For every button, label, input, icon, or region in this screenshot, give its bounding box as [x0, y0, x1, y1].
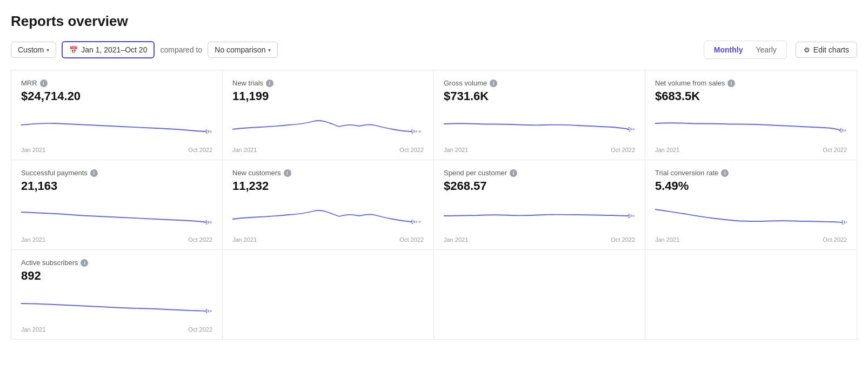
- chart-cell[interactable]: Spend per customer i $268.57 Jan 2021 Oc…: [434, 160, 645, 250]
- chart-date-end: Oct 2022: [823, 236, 847, 243]
- svg-point-13: [210, 221, 212, 223]
- chart-cell[interactable]: Trial conversion rate i 5.49% Jan 2021 O…: [645, 160, 857, 250]
- svg-point-1: [210, 130, 212, 133]
- chart-cell[interactable]: Net volume from sales i $683.5K Jan 2021…: [645, 70, 857, 160]
- chart-date-end: Oct 2022: [188, 147, 212, 153]
- chart-value: 892: [21, 269, 212, 283]
- svg-point-4: [415, 130, 417, 133]
- edit-charts-button[interactable]: ⚙ Edit charts: [796, 42, 857, 58]
- svg-point-22: [846, 221, 847, 223]
- chart-value: 11,199: [232, 89, 424, 103]
- chart-cell[interactable]: New trials i 11,199 Jan 2021 Oct 2022: [223, 70, 434, 160]
- chart-dates: Jan 2021 Oct 2022: [21, 147, 212, 153]
- chart-title-text: Spend per customer: [444, 169, 507, 177]
- chart-dates: Jan 2021 Oct 2022: [655, 236, 847, 243]
- svg-point-17: [419, 221, 421, 223]
- chart-cell[interactable]: Active subscribers i 892 Jan 2021 Oct 20…: [11, 250, 223, 339]
- chart-date-start: Jan 2021: [21, 326, 45, 333]
- chart-date-start: Jan 2021: [655, 236, 679, 243]
- chart-title-text: New trials: [232, 79, 263, 87]
- chart-title: Successful payments i: [21, 169, 212, 177]
- info-icon: i: [266, 80, 273, 87]
- compared-to-label: compared to: [160, 45, 202, 54]
- info-icon: i: [721, 169, 729, 177]
- chart-title-text: Net volume from sales: [655, 79, 725, 87]
- chart-dates: Jan 2021 Oct 2022: [232, 236, 424, 243]
- chart-svg: [655, 199, 847, 231]
- chart-title: Active subscribers i: [21, 259, 212, 267]
- chart-cell-empty: [645, 250, 857, 339]
- chart-date-end: Oct 2022: [188, 236, 212, 243]
- custom-select[interactable]: Custom ▾: [11, 42, 56, 58]
- chart-cell-empty: [223, 250, 434, 339]
- chart-svg: [232, 109, 424, 141]
- yearly-toggle[interactable]: Yearly: [750, 43, 782, 56]
- svg-point-16: [415, 221, 417, 223]
- svg-point-6: [627, 128, 631, 131]
- chart-title-text: New customers: [232, 169, 281, 177]
- chart-date-start: Jan 2021: [232, 236, 257, 243]
- chart-date-end: Oct 2022: [823, 147, 847, 153]
- info-icon: i: [90, 169, 98, 177]
- toolbar-left: Custom ▾ 📅 Jan 1, 2021–Oct 20 compared t…: [11, 41, 278, 58]
- chart-svg: [232, 199, 424, 231]
- chart-title: Spend per customer i: [444, 169, 635, 177]
- chart-dates: Jan 2021 Oct 2022: [655, 147, 847, 153]
- toolbar-right: Monthly Yearly ⚙ Edit charts: [704, 41, 857, 59]
- info-icon: i: [490, 80, 497, 87]
- chart-svg: [655, 109, 847, 141]
- chart-svg: [21, 109, 212, 141]
- custom-label: Custom: [18, 45, 44, 54]
- chart-svg: [21, 288, 212, 321]
- chart-title-text: Trial conversion rate: [655, 169, 718, 177]
- chart-cell-empty: [434, 250, 645, 339]
- monthly-toggle[interactable]: Monthly: [709, 43, 749, 56]
- chart-cell[interactable]: Gross volume i $731.6K Jan 2021 Oct 2022: [434, 70, 645, 160]
- chart-date-start: Jan 2021: [21, 236, 45, 243]
- chart-value: $731.6K: [444, 89, 635, 103]
- no-comparison-label: No comparison: [215, 45, 265, 54]
- chevron-down-icon-2: ▾: [268, 47, 271, 53]
- chart-date-end: Oct 2022: [611, 236, 635, 243]
- charts-grid: MRR i $24,714.20 Jan 2021 Oct 2022 New t…: [11, 70, 857, 340]
- comparison-select[interactable]: No comparison ▾: [208, 42, 278, 58]
- chart-value: $24,714.20: [21, 89, 212, 103]
- date-range-picker[interactable]: 📅 Jan 1, 2021–Oct 20: [62, 41, 155, 58]
- period-toggle: Monthly Yearly: [704, 41, 787, 59]
- chart-title-text: Gross volume: [444, 79, 487, 87]
- chart-title: New trials i: [232, 79, 424, 87]
- chart-date-start: Jan 2021: [21, 147, 45, 153]
- chart-cell[interactable]: MRR i $24,714.20 Jan 2021 Oct 2022: [11, 70, 223, 160]
- chart-title: MRR i: [21, 79, 212, 87]
- calendar-icon: 📅: [69, 46, 78, 54]
- chart-svg: [21, 199, 212, 231]
- chart-date-end: Oct 2022: [399, 147, 424, 153]
- chart-dates: Jan 2021 Oct 2022: [444, 236, 635, 243]
- svg-point-25: [210, 310, 212, 312]
- chart-cell[interactable]: New customers i 11,232 Jan 2021 Oct 2022: [223, 160, 434, 250]
- chart-title: Trial conversion rate i: [655, 169, 847, 177]
- chart-date-start: Jan 2021: [232, 147, 257, 153]
- chart-date-end: Oct 2022: [188, 326, 212, 333]
- chart-date-end: Oct 2022: [399, 236, 424, 243]
- svg-point-7: [632, 128, 635, 130]
- svg-point-18: [627, 214, 631, 217]
- info-icon: i: [81, 259, 88, 267]
- info-icon: i: [510, 169, 517, 177]
- chart-title: Net volume from sales i: [655, 79, 847, 87]
- chart-cell[interactable]: Successful payments i 21,163 Jan 2021 Oc…: [11, 160, 223, 250]
- chart-date-end: Oct 2022: [611, 147, 635, 153]
- svg-point-10: [844, 129, 846, 131]
- gear-icon: ⚙: [804, 46, 810, 54]
- chart-dates: Jan 2021 Oct 2022: [21, 326, 212, 333]
- chart-title-text: Active subscribers: [21, 259, 78, 267]
- info-icon: i: [40, 80, 48, 87]
- chart-title: Gross volume i: [444, 79, 635, 87]
- chart-value: $268.57: [444, 179, 635, 193]
- chart-value: 21,163: [21, 179, 212, 193]
- chart-dates: Jan 2021 Oct 2022: [21, 236, 212, 243]
- svg-point-15: [411, 220, 414, 223]
- chart-title-text: Successful payments: [21, 169, 88, 177]
- toolbar: Custom ▾ 📅 Jan 1, 2021–Oct 20 compared t…: [11, 41, 857, 59]
- chart-value: 5.49%: [655, 179, 847, 193]
